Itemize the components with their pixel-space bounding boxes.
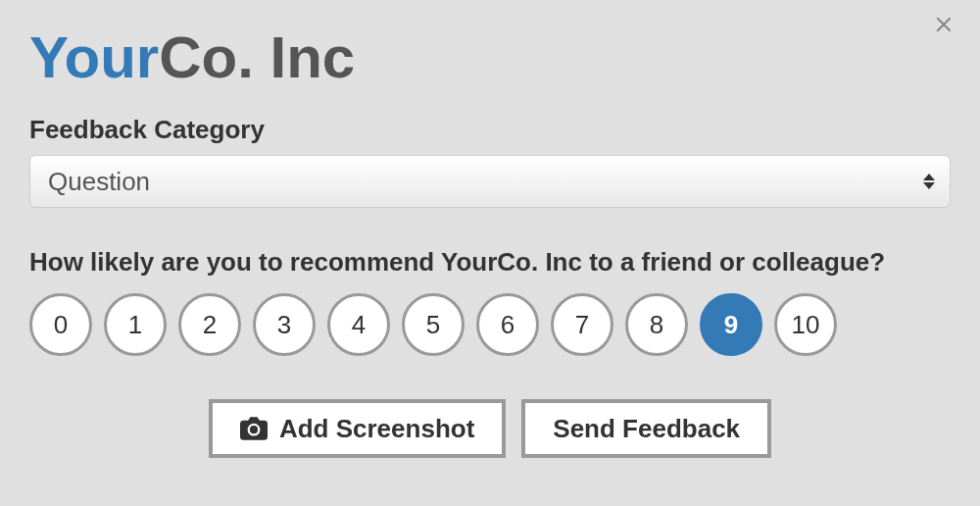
nps-question: How likely are you to recommend YourCo. …	[29, 247, 951, 278]
camera-icon	[240, 417, 268, 440]
category-selected-value: Question	[48, 167, 150, 197]
nps-option-3[interactable]: 3	[253, 293, 316, 356]
nps-option-8[interactable]: 8	[625, 293, 688, 356]
brand-title: YourCo. Inc	[29, 24, 951, 91]
close-icon	[931, 12, 956, 37]
nps-option-0[interactable]: 0	[29, 293, 92, 356]
nps-option-6[interactable]: 6	[476, 293, 539, 356]
category-select[interactable]: Question	[29, 155, 951, 208]
button-row: Add Screenshot Send Feedback	[29, 399, 951, 458]
close-button[interactable]	[931, 12, 956, 37]
send-feedback-label: Send Feedback	[553, 414, 740, 444]
nps-option-1[interactable]: 1	[104, 293, 167, 356]
nps-option-10[interactable]: 10	[774, 293, 837, 356]
nps-option-2[interactable]: 2	[178, 293, 241, 356]
send-feedback-button[interactable]: Send Feedback	[521, 399, 771, 458]
add-screenshot-button[interactable]: Add Screenshot	[209, 399, 506, 458]
nps-options-row: 0 1 2 3 4 5 6 7 8 9 10	[29, 293, 951, 356]
brand-part-1: Your	[29, 25, 159, 90]
brand-part-2: Co. Inc	[159, 25, 355, 90]
nps-option-5[interactable]: 5	[402, 293, 465, 356]
nps-option-4[interactable]: 4	[327, 293, 390, 356]
add-screenshot-label: Add Screenshot	[279, 414, 474, 444]
nps-option-9[interactable]: 9	[700, 293, 762, 356]
category-label: Feedback Category	[29, 115, 951, 145]
nps-option-7[interactable]: 7	[551, 293, 613, 356]
